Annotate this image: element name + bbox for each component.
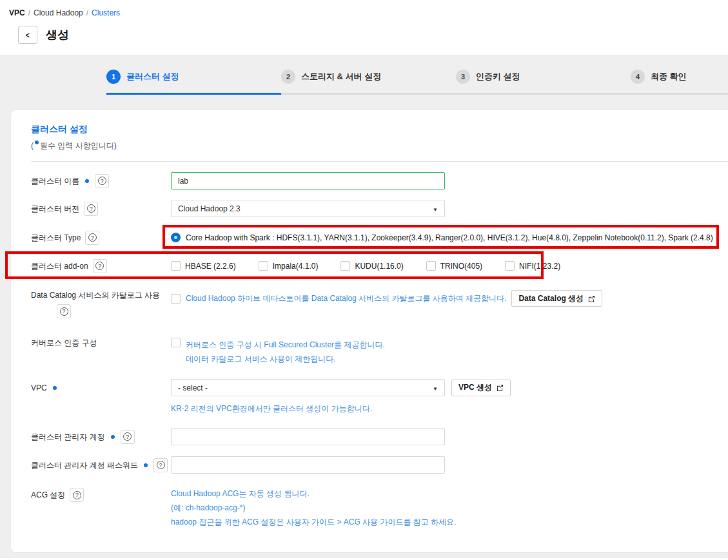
step-1-label: 클러스터 설정 bbox=[126, 71, 179, 82]
cluster-settings-card: 클러스터 설정 (필수 입력 사항입니다) 클러스터 이름 클러스터 버전 Cl… bbox=[11, 110, 728, 552]
cluster-type-label: 클러스터 Type bbox=[31, 233, 81, 243]
admin-password-label: 클러스터 관리자 계정 패스워드 bbox=[31, 460, 138, 470]
cluster-version-label: 클러스터 버전 bbox=[31, 204, 79, 214]
cluster-name-input[interactable] bbox=[171, 172, 445, 189]
cluster-addon-label: 클러스터 add-on bbox=[31, 261, 88, 271]
cluster-version-select[interactable]: Cloud Hadoop 2.3 bbox=[171, 200, 445, 217]
cluster-type-option-label: Core Hadoop with Spark : HDFS(3.1.1), YA… bbox=[186, 233, 713, 242]
acg-help-button[interactable] bbox=[70, 488, 84, 502]
kerberos-checkbox[interactable] bbox=[171, 338, 181, 347]
question-mark-icon bbox=[60, 307, 68, 316]
wizard-footer: 취소 다음 bbox=[0, 552, 728, 560]
chevron-down-icon bbox=[433, 204, 438, 213]
acg-note-line-3: hadoop 접근을 위한 ACG 설정은 사용자 가이드 > ACG 사용 가… bbox=[171, 515, 456, 529]
addon-nifi-label: NIFI(1.23.2) bbox=[519, 262, 560, 271]
breadcrumb-cloud-hadoop[interactable]: Cloud Hadoop bbox=[34, 8, 83, 17]
step-4-label: 최종 확인 bbox=[651, 71, 687, 82]
row-admin-password: 클러스터 관리자 계정 패스워드 bbox=[31, 456, 728, 474]
row-cluster-version: 클러스터 버전 Cloud Hadoop 2.3 bbox=[31, 200, 728, 217]
acg-note-line-2: (예: ch-hadoop-acg-*) bbox=[171, 501, 456, 515]
vpc-create-label: VPC 생성 bbox=[458, 382, 492, 393]
addon-impala-checkbox[interactable] bbox=[259, 261, 268, 271]
question-mark-icon bbox=[123, 432, 132, 441]
cluster-type-help-button[interactable] bbox=[85, 231, 99, 245]
row-admin-account: 클러스터 관리자 계정 bbox=[31, 428, 728, 445]
admin-password-help-button[interactable] bbox=[153, 458, 168, 472]
addon-nifi-checkbox[interactable] bbox=[505, 261, 515, 271]
back-button[interactable] bbox=[18, 26, 37, 44]
data-catalog-help-button[interactable] bbox=[57, 304, 71, 318]
question-mark-icon bbox=[157, 461, 165, 469]
admin-account-help-button[interactable] bbox=[121, 430, 135, 444]
cluster-type-radio-selected[interactable] bbox=[171, 233, 181, 242]
row-kerberos: 커버로스 인증 구성 커버로스 인증 구성 시 Full Secured Clu… bbox=[31, 338, 728, 366]
row-cluster-type: 클러스터 Type Core Hadoop with Spark : HDFS(… bbox=[31, 229, 728, 246]
acg-label: ACG 설정 bbox=[31, 490, 65, 500]
section-divider bbox=[31, 161, 728, 162]
data-catalog-description: Cloud Hadoop 하이브 메타스토어를 Data Catalog 서비스… bbox=[186, 293, 506, 304]
question-mark-icon bbox=[87, 204, 95, 213]
addon-trino-checkbox[interactable] bbox=[426, 261, 436, 271]
required-dot-icon bbox=[144, 463, 148, 467]
row-cluster-addon: 클러스터 add-on HBASE (2.2.6) Impala(4.1.0) … bbox=[31, 257, 728, 275]
cluster-addon-help-button[interactable] bbox=[93, 259, 107, 273]
addon-hbase-label: HBASE (2.2.6) bbox=[185, 262, 236, 271]
data-catalog-create-button[interactable]: Data Catalog 생성 bbox=[511, 290, 602, 307]
step-2-label: 스토리지 & 서버 설정 bbox=[301, 71, 381, 82]
vpc-label: VPC bbox=[31, 383, 47, 393]
question-mark-icon bbox=[95, 262, 104, 270]
data-catalog-label: Data Catalog 서비스의 카탈로그 사용 bbox=[31, 290, 171, 300]
breadcrumb-separator: / bbox=[86, 8, 88, 17]
step-1-cluster-settings[interactable]: 1 클러스터 설정 bbox=[106, 70, 281, 95]
addon-kudu-checkbox[interactable] bbox=[340, 261, 350, 271]
cluster-version-help-button[interactable] bbox=[84, 202, 98, 216]
addon-trino-label: TRINO(405) bbox=[440, 262, 482, 271]
addon-kudu-label: KUDU(1.16.0) bbox=[355, 262, 403, 271]
cluster-version-selected-value: Cloud Hadoop 2.3 bbox=[178, 204, 241, 213]
row-data-catalog: Data Catalog 서비스의 카탈로그 사용 Cloud Hadoop 하… bbox=[31, 290, 728, 318]
step-3-label: 인증키 설정 bbox=[476, 71, 520, 82]
section-title: 클러스터 설정 bbox=[31, 124, 728, 135]
data-catalog-create-label: Data Catalog 생성 bbox=[518, 293, 584, 304]
step-4-number: 4 bbox=[631, 70, 645, 84]
row-vpc: VPC - select - VPC 생성 K bbox=[31, 379, 728, 416]
page-title: 생성 bbox=[46, 27, 69, 43]
addon-impala-label: Impala(4.1.0) bbox=[273, 262, 319, 271]
breadcrumb-separator: / bbox=[28, 8, 30, 17]
row-acg: ACG 설정 Cloud Hadoop ACG는 자동 생성 됩니다. (예: … bbox=[31, 487, 728, 529]
top-header: VPC/Cloud Hadoop/Clusters 생성 bbox=[0, 0, 728, 44]
data-catalog-checkbox[interactable] bbox=[171, 294, 181, 304]
vpc-selected-value: - select - bbox=[178, 383, 208, 392]
breadcrumb-vpc[interactable]: VPC bbox=[9, 8, 25, 17]
vpc-create-button[interactable]: VPC 생성 bbox=[451, 380, 511, 396]
breadcrumb: VPC/Cloud Hadoop/Clusters bbox=[9, 8, 728, 17]
addon-hbase-checkbox[interactable] bbox=[171, 261, 181, 271]
radio-dot-icon bbox=[174, 236, 177, 239]
vpc-region-note: KR-2 리전의 VPC환경에서만 클러스터 생성이 가능합니다. bbox=[171, 401, 511, 416]
required-dot-icon bbox=[85, 179, 89, 183]
required-dot-icon bbox=[35, 140, 39, 144]
vpc-select[interactable]: - select - bbox=[171, 379, 445, 396]
step-1-number: 1 bbox=[106, 70, 121, 84]
admin-account-label: 클러스터 관리자 계정 bbox=[31, 432, 105, 442]
step-3-auth-key[interactable]: 3 인증키 설정 bbox=[456, 70, 631, 95]
required-note: (필수 입력 사항입니다) bbox=[31, 140, 728, 151]
kerberos-label: 커버로스 인증 구성 bbox=[31, 338, 97, 348]
question-mark-icon bbox=[88, 233, 97, 242]
external-link-icon bbox=[588, 295, 595, 302]
admin-password-input[interactable] bbox=[171, 456, 445, 474]
step-3-number: 3 bbox=[456, 70, 470, 84]
kerberos-description: 커버로스 인증 구성 시 Full Secured Cluster를 제공합니다… bbox=[186, 338, 385, 352]
step-2-number: 2 bbox=[281, 70, 295, 84]
question-mark-icon bbox=[73, 491, 81, 499]
breadcrumb-clusters-link[interactable]: Clusters bbox=[92, 8, 120, 17]
external-link-icon bbox=[497, 384, 504, 391]
row-cluster-name: 클러스터 이름 bbox=[31, 172, 728, 189]
cluster-name-help-button[interactable] bbox=[95, 174, 109, 188]
cluster-name-label: 클러스터 이름 bbox=[31, 176, 79, 186]
admin-account-input[interactable] bbox=[171, 428, 445, 445]
step-4-final-confirm[interactable]: 4 최종 확인 bbox=[631, 70, 728, 95]
step-2-storage-server[interactable]: 2 스토리지 & 서버 설정 bbox=[281, 70, 456, 95]
acg-note-line-1: Cloud Hadoop ACG는 자동 생성 됩니다. bbox=[171, 487, 456, 501]
chevron-down-icon bbox=[433, 383, 438, 392]
